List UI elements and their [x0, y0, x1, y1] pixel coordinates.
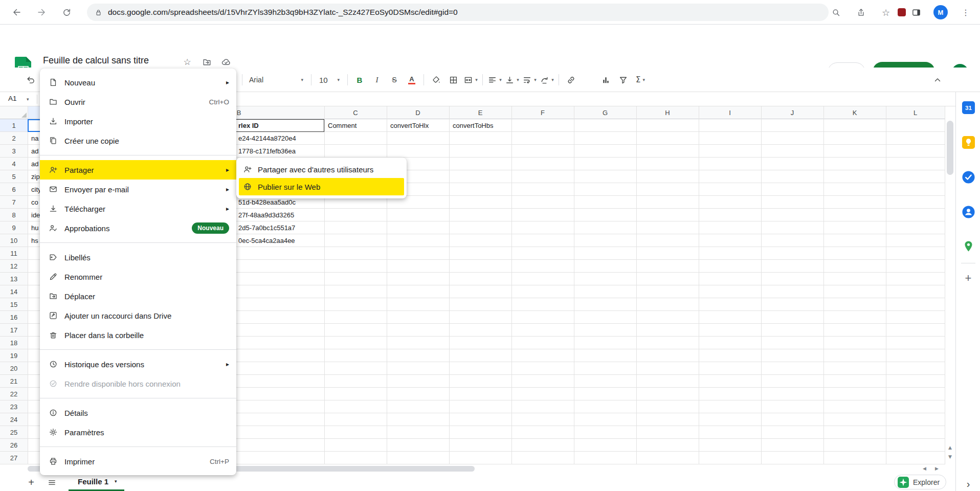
all-sheets-icon[interactable]	[45, 476, 58, 489]
row-header-11[interactable]: 11	[0, 247, 28, 260]
row-header-14[interactable]: 14	[0, 285, 28, 298]
insert-link-button[interactable]	[563, 72, 579, 88]
column-header-C[interactable]: C	[324, 106, 387, 119]
column-header-J[interactable]: J	[761, 106, 823, 119]
row-header-19[interactable]: 19	[0, 349, 28, 362]
cell-A2[interactable]: na	[31, 132, 38, 145]
row-header-10[interactable]: 10	[0, 234, 28, 247]
cell-B8[interactable]: 27f-48aa9d3d3265	[238, 209, 294, 221]
star-icon[interactable]: ☆	[180, 55, 194, 69]
name-box[interactable]: A1	[8, 95, 17, 102]
scroll-left-icon[interactable]: ◀	[923, 466, 926, 471]
row-header-4[interactable]: 4	[0, 158, 28, 170]
row-header-20[interactable]: 20	[0, 362, 28, 375]
merge-cells-button[interactable]: ▾	[462, 72, 479, 88]
document-title[interactable]: Feuille de calcul sans titre	[43, 55, 149, 66]
file-menu-item-importer[interactable]: Importer	[40, 111, 236, 131]
submenu-item-publier-sur-le-web[interactable]: Publier sur le Web	[239, 178, 404, 195]
zoom-icon[interactable]	[830, 6, 842, 18]
vertical-align-button[interactable]: ▾	[504, 72, 520, 88]
row-header-2[interactable]: 2	[0, 132, 28, 145]
column-header-F[interactable]: F	[511, 106, 574, 119]
cell-D1[interactable]: convertToHlx	[390, 119, 429, 132]
forward-icon[interactable]	[35, 6, 48, 18]
bookmark-star-icon[interactable]: ☆	[880, 6, 892, 18]
calendar-icon[interactable]: 31	[961, 100, 975, 115]
row-header-8[interactable]: 8	[0, 209, 28, 221]
side-panel-icon[interactable]	[910, 6, 922, 18]
browser-menu-kebab-icon[interactable]: ⋮	[960, 6, 972, 18]
file-menu-item-telecharger[interactable]: Télécharger▸	[40, 199, 236, 218]
row-header-27[interactable]: 27	[0, 452, 28, 464]
cell-A9[interactable]: hu	[31, 221, 38, 234]
font-family-select[interactable]: Arial▾	[246, 72, 307, 88]
maps-icon[interactable]	[961, 239, 975, 254]
submenu-item-partager-avec-d-autres-utilisateurs[interactable]: Partager avec d'autres utilisateurs	[236, 161, 407, 178]
row-header-21[interactable]: 21	[0, 375, 28, 388]
file-menu-item-partager[interactable]: Partager▸	[40, 160, 236, 180]
row-header-7[interactable]: 7	[0, 196, 28, 209]
insert-comment-button[interactable]	[580, 72, 596, 88]
back-icon[interactable]	[11, 6, 23, 18]
move-to-folder-icon[interactable]	[199, 55, 214, 69]
column-header-H[interactable]: H	[636, 106, 699, 119]
file-menu-item-ouvrir[interactable]: OuvrirCtrl+O	[40, 92, 236, 111]
select-all-corner[interactable]	[0, 106, 28, 119]
cell-B3[interactable]: 1778-c171fefb36ea	[238, 145, 296, 158]
column-header-D[interactable]: D	[387, 106, 449, 119]
cell-C1[interactable]: Comment	[328, 119, 357, 132]
file-menu-item-ajouter-un-raccourci-dans-drive[interactable]: Ajouter un raccourci dans Drive	[40, 306, 236, 325]
row-header-26[interactable]: 26	[0, 439, 28, 452]
cloud-saved-icon[interactable]	[219, 55, 233, 69]
file-menu-item-approbations[interactable]: ApprobationsNouveau	[40, 218, 236, 238]
name-box-chevron-icon[interactable]: ▾	[27, 97, 29, 102]
cell-A7[interactable]: co	[31, 196, 38, 209]
share-page-icon[interactable]	[855, 6, 867, 18]
cell-A4[interactable]: ad	[31, 158, 38, 170]
vertical-scrollbar[interactable]	[947, 121, 953, 175]
scroll-right-icon[interactable]: ▶	[935, 466, 939, 471]
column-header-E[interactable]: E	[449, 106, 511, 119]
row-header-24[interactable]: 24	[0, 413, 28, 426]
create-filter-button[interactable]	[615, 72, 631, 88]
file-menu-item-libelles[interactable]: Libellés	[40, 248, 236, 267]
column-header-L[interactable]: L	[886, 106, 945, 119]
row-header-25[interactable]: 25	[0, 426, 28, 439]
row-header-23[interactable]: 23	[0, 400, 28, 413]
file-menu-item-historique-des-versions[interactable]: Historique des versions▸	[40, 354, 236, 374]
cell-B10[interactable]: 0ec-5ca4ca2aa4ee	[238, 234, 295, 247]
borders-button[interactable]	[445, 72, 461, 88]
file-menu-item-placer-dans-la-corbeille[interactable]: Placer dans la corbeille	[40, 325, 236, 345]
italic-button[interactable]: I	[369, 72, 385, 88]
text-wrap-button[interactable]: ▾	[521, 72, 538, 88]
bold-button[interactable]: B	[351, 72, 368, 88]
fill-color-button[interactable]	[428, 72, 444, 88]
insert-chart-button[interactable]	[597, 72, 614, 88]
row-header-13[interactable]: 13	[0, 273, 28, 285]
collapse-toolbar-chevron-up-icon[interactable]	[929, 72, 946, 88]
strikethrough-button[interactable]: S	[386, 72, 403, 88]
file-menu-item-renommer[interactable]: Renommer	[40, 267, 236, 286]
keep-icon[interactable]	[961, 135, 975, 149]
file-menu-item-deplacer[interactable]: Déplacer	[40, 286, 236, 306]
add-sheet-icon[interactable]: +	[25, 476, 38, 489]
text-color-button[interactable]: A	[404, 72, 420, 88]
file-menu-item-parametres[interactable]: Paramètres	[40, 422, 236, 442]
cell-A3[interactable]: ad	[31, 145, 38, 158]
site-info-lock-icon[interactable]	[94, 8, 103, 17]
cell-A10[interactable]: hs	[31, 234, 38, 247]
add-icon[interactable]: +	[961, 271, 975, 285]
reload-icon[interactable]	[60, 6, 73, 18]
sheet-tab[interactable]: Feuille 1 ▾	[69, 473, 124, 491]
cell-A5[interactable]: zip	[31, 170, 40, 183]
row-header-6[interactable]: 6	[0, 183, 28, 196]
file-menu-item-envoyer-par-e-mail[interactable]: Envoyer par e-mail▸	[40, 180, 236, 199]
scroll-down-icon[interactable]: ▼	[948, 454, 952, 459]
undo-icon[interactable]	[23, 72, 39, 88]
row-header-3[interactable]: 3	[0, 145, 28, 158]
row-header-18[interactable]: 18	[0, 337, 28, 349]
file-menu-item-creer-une-copie[interactable]: Créer une copie	[40, 131, 236, 150]
column-header-K[interactable]: K	[823, 106, 886, 119]
scroll-up-icon[interactable]: ▲	[948, 445, 952, 450]
horizontal-align-button[interactable]: ▾	[486, 72, 503, 88]
